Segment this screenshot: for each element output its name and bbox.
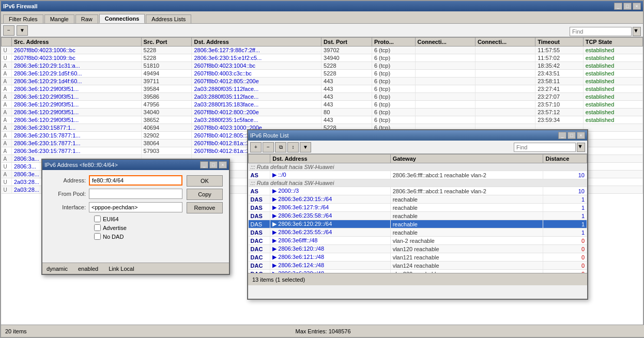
list-item[interactable]: DAC ▶ 2806:3e6:121::/48 vlan121 reachabl…: [249, 253, 587, 262]
interface-label: Interface:: [48, 204, 89, 210]
tab-raw[interactable]: Raw: [75, 14, 98, 23]
list-item[interactable]: DAS ▶ 2806:3e6:120:29::/64 reachable 1: [249, 220, 587, 228]
find-input[interactable]: [570, 27, 632, 36]
route-sort-btn[interactable]: ↕: [287, 142, 299, 152]
from-pool-row: From Pool:: [48, 189, 182, 199]
dialog-link-local: Link Local: [109, 266, 134, 272]
dialog-maximize-btn[interactable]: □: [209, 161, 218, 168]
col-timeout[interactable]: Timeout: [535, 38, 583, 47]
eui64-label: EUI64: [103, 216, 119, 222]
col-conn1[interactable]: Connecti...: [415, 38, 475, 47]
tab-bar: Filter Rules Mangle Raw Connections Addr…: [1, 11, 643, 24]
copy-button[interactable]: Copy: [187, 189, 223, 200]
route-copy-btn[interactable]: ⧉: [275, 142, 286, 152]
dialog-minimize-btn[interactable]: _: [200, 161, 208, 168]
list-item[interactable]: AS ▶ ::/0 2806:3e6:fff::abcd:1 reachable…: [249, 171, 587, 179]
interface-row: Interface:: [48, 202, 182, 212]
route-table: Dst. Address Gateway Distance ::: Ruta d…: [248, 154, 587, 273]
dialog-status-bar: dynamic enabled Link Local: [42, 263, 229, 274]
main-title-bar: IPv6 Firewall _ □ ×: [1, 1, 643, 11]
col-dst-port[interactable]: Dst. Port: [321, 38, 372, 47]
filter-button[interactable]: ▼: [17, 25, 28, 36]
route-add-btn[interactable]: +: [250, 142, 262, 152]
table-row[interactable]: A 2806:3e6:120:29:1c31:a... 51810 2607f8…: [2, 62, 643, 70]
table-row[interactable]: A 2806:3e6:120:29f0f3f51... 47956 2a03:2…: [2, 101, 643, 109]
close-button[interactable]: ×: [633, 3, 641, 10]
dialog-enabled: enabled: [78, 266, 98, 272]
address-label: Address:: [48, 177, 89, 183]
advertise-checkbox[interactable]: [94, 224, 101, 231]
dialog-body: Address: From Pool: Interface: EUI64: [42, 170, 229, 247]
list-item[interactable]: DAC ▶ 2806:3e6:124::/48 vlan124 reachabl…: [249, 262, 587, 270]
col-state[interactable]: TCP State: [583, 38, 642, 47]
table-row[interactable]: A 2806:3e6:120:29:1d4f:60... 39711 2607f…: [2, 78, 643, 85]
table-row[interactable]: A 2806:3e6:120:29f0f3f51... 39584 2a03:2…: [2, 85, 643, 93]
col-src-port[interactable]: Src. Port: [141, 38, 192, 47]
from-pool-input[interactable]: [89, 189, 182, 199]
address-row: Address:: [48, 175, 182, 186]
route-find-input[interactable]: [514, 143, 576, 152]
route-minimize-btn[interactable]: _: [558, 132, 566, 139]
tab-connections[interactable]: Connections: [99, 14, 145, 23]
main-toolbar: − ▼ ▼: [1, 24, 643, 37]
no-dad-checkbox[interactable]: [94, 233, 101, 240]
interface-input[interactable]: [89, 202, 182, 212]
list-item[interactable]: ::: Ruta default hacia SW-Huawei: [249, 179, 587, 187]
ok-button[interactable]: OK: [187, 175, 223, 187]
route-close-btn[interactable]: ×: [577, 132, 585, 139]
route-toolbar: + − ⧉ ↕ ▼ ▼: [248, 141, 587, 154]
route-status-bar: 13 items (1 selected): [248, 273, 587, 285]
list-item[interactable]: DAC ▶ 2806:3e6:120::/48 vlan120 reachabl…: [249, 245, 587, 253]
route-table-container[interactable]: Dst. Address Gateway Distance ::: Ruta d…: [248, 154, 587, 273]
route-col-flag: [249, 155, 270, 163]
list-item[interactable]: DAC ▶ 2806:3e6fff::/48 vlan-2 reachable …: [249, 237, 587, 245]
tab-address-lists[interactable]: Address Lists: [146, 14, 191, 23]
col-dst-addr[interactable]: Dst. Address: [192, 38, 321, 47]
list-item[interactable]: AS ▶ 2000::/3 2806:3e6:fff::abcd:1 reach…: [249, 187, 587, 195]
remove-button[interactable]: Remove: [187, 202, 223, 213]
route-col-dist[interactable]: Distance: [543, 155, 587, 163]
table-row[interactable]: U 2607f8b0:4023:1006::bc 5228 2806:3e6:1…: [2, 47, 643, 54]
minimize-button[interactable]: _: [614, 3, 622, 10]
find-dropdown-button[interactable]: ▼: [633, 27, 641, 36]
maximize-button[interactable]: □: [623, 3, 632, 10]
list-item[interactable]: DAS ▶ 2806:3e6:230:15::/64 reachable 1: [249, 195, 587, 204]
advertise-row: Advertise: [94, 224, 182, 231]
eui64-checkbox[interactable]: [94, 216, 101, 222]
minus-button[interactable]: −: [3, 25, 14, 36]
col-conn2[interactable]: Connecti...: [475, 38, 535, 47]
route-filter-btn[interactable]: ▼: [300, 142, 311, 152]
tab-mangle[interactable]: Mangle: [44, 14, 74, 23]
table-row[interactable]: A 2806:3e6:120:29f0f3f51... 39586 2a03:2…: [2, 93, 643, 101]
route-title-controls: _ □ ×: [558, 132, 585, 139]
find-box: ▼: [570, 27, 641, 36]
col-src-addr[interactable]: Src. Address: [12, 38, 142, 47]
ipv6-address-dialog: IPv6 Address <fe80::f0:4/64> _ □ × Addre…: [41, 159, 230, 275]
route-maximize-btn[interactable]: □: [568, 132, 576, 139]
table-row[interactable]: U 2607f8b0:4023:1009::bc 5228 2806:3e6:2…: [2, 54, 643, 62]
list-item[interactable]: DAS ▶ 2806:3e6:235:58::/64 reachable 1: [249, 212, 587, 220]
route-window: IPv6 Route List _ □ × + − ⧉ ↕ ▼ ▼ Dst. A…: [247, 129, 588, 300]
dialog-close-btn[interactable]: ×: [219, 161, 227, 168]
route-find-dropdown[interactable]: ▼: [577, 143, 585, 152]
table-row[interactable]: A 2806:3e6:120:29f0f3f51... 38652 2a03:2…: [2, 116, 643, 124]
address-input[interactable]: [89, 175, 182, 186]
route-col-gw[interactable]: Gateway: [390, 155, 543, 163]
dialog-title-text: IPv6 Address <fe80::f0:4/64>: [44, 162, 118, 168]
list-item[interactable]: ::: Ruta default hacia SW-Huawei: [249, 163, 587, 171]
table-row[interactable]: A 2806:3e6:120:29:1d5f:60... 49494 2607f…: [2, 70, 643, 78]
dialog-title-bar: IPv6 Address <fe80::f0:4/64> _ □ ×: [42, 160, 229, 170]
item-count: 20 items: [5, 328, 27, 334]
no-dad-label: No DAD: [103, 234, 124, 240]
tab-filter-rules[interactable]: Filter Rules: [3, 14, 43, 23]
route-remove-btn[interactable]: −: [263, 142, 274, 152]
list-item[interactable]: DAS ▶ 2806:3e6:127:9::/64 reachable 1: [249, 204, 587, 212]
route-col-dst[interactable]: Dst. Address: [270, 155, 390, 163]
list-item[interactable]: DAS ▶ 2806:3e6:235:55::/64 reachable 1: [249, 228, 587, 237]
from-pool-label: From Pool:: [48, 191, 89, 197]
title-bar-controls: _ □ ×: [614, 3, 641, 10]
eui64-row: EUI64: [94, 216, 182, 222]
col-proto[interactable]: Proto...: [372, 38, 415, 47]
route-window-title: IPv6 Route List: [250, 132, 289, 139]
table-row[interactable]: A 2806:3e6:120:29f0f3f51... 34040 2607f8…: [2, 109, 643, 116]
